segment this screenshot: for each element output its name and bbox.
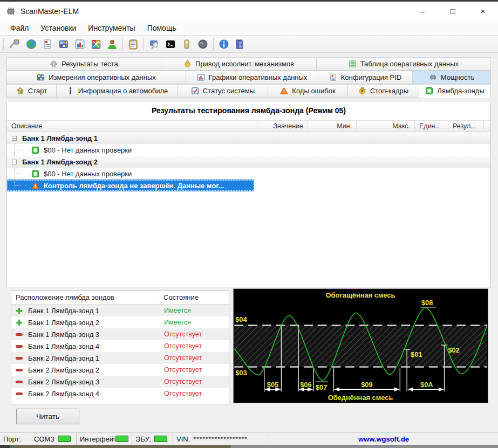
website-segment: www.wgsoft.de: [269, 433, 498, 445]
window-title: ScanMaster-ELM: [21, 7, 79, 16]
sensor-row[interactable]: Банк 2 Лямбда-зонд 2 Отсутствует: [11, 364, 229, 376]
port-segment: Порт: COM3: [0, 433, 77, 445]
column-max[interactable]: Макс.: [357, 121, 415, 132]
sensor-row[interactable]: Банк 1 Лямбда-зонд 1 Имеется: [11, 305, 229, 316]
sensor-label: Банк 1 Лямбда-зонд 1: [28, 307, 99, 315]
tree-item-row[interactable]: $00 - Нет данных проверки: [7, 144, 490, 156]
chart-marker-01: $01: [411, 350, 422, 359]
clipboard-button[interactable]: [125, 37, 141, 52]
gauge-button[interactable]: [195, 37, 211, 52]
column-description[interactable]: Описание: [7, 121, 257, 132]
tab-label: Графики оперативных данных: [209, 73, 308, 81]
report-button[interactable]: [39, 37, 56, 52]
read-button[interactable]: Читать: [16, 409, 79, 424]
toolbar-separator: [122, 38, 123, 50]
sensor-row[interactable]: Банк 1 Лямбда-зонд 3 Отсутствует: [11, 328, 229, 340]
about-button[interactable]: [216, 37, 232, 52]
collapse-icon[interactable]: [12, 136, 17, 141]
menu-help[interactable]: Помощь: [141, 22, 182, 35]
tab-actuator-drive[interactable]: Привод исполнит. механизмов: [161, 57, 317, 71]
minus-icon: [15, 390, 23, 398]
user-button[interactable]: [104, 37, 120, 52]
tab-trouble-codes[interactable]: Коды ошибок: [268, 84, 348, 98]
sensor-row[interactable]: Банк 2 Лямбда-зонд 3 Отсутствует: [11, 376, 229, 388]
tab-label: Мощность: [441, 73, 475, 81]
tree-group-row[interactable]: Банк 1 Лямбда-зонд 2: [7, 156, 490, 168]
pid-config-icon: [329, 73, 337, 81]
sensor-state: Отсутствует: [159, 390, 229, 397]
inspect-button[interactable]: [146, 37, 162, 52]
measurements-button[interactable]: [56, 37, 72, 52]
menu-tools[interactable]: Инструменты: [82, 22, 141, 35]
tab-power[interactable]: Мощность: [413, 71, 491, 84]
sensor-row[interactable]: Банк 1 Лямбда-зонд 4 Отсутствует: [11, 340, 229, 352]
sensor-label: Банк 1 Лямбда-зонд 4: [28, 342, 99, 350]
column-value[interactable]: Значение: [257, 121, 308, 132]
sensor-row[interactable]: Банк 1 Лямбда-зонд 2 Имеется: [11, 316, 229, 328]
sensor-state: Отсутствует: [159, 378, 229, 385]
tab-label: Таблица оперативных данных: [360, 60, 459, 68]
toolbar-grip: [2, 38, 5, 51]
tab-live-data-table[interactable]: Таблица оперативных данных: [317, 57, 491, 71]
column-min[interactable]: Мин.: [308, 121, 357, 132]
tree-group-row[interactable]: Банк 1 Лямбда-зонд 1: [7, 132, 490, 144]
graphs-button[interactable]: [72, 37, 88, 52]
ecu-led-indicator: [154, 436, 167, 442]
terminal-button[interactable]: [162, 37, 179, 52]
port-label: Порт:: [3, 435, 21, 443]
ecu-label: ЭБУ:: [135, 435, 151, 443]
globe-icon: [25, 38, 37, 50]
tree-warning-row-selected[interactable]: Контроль лямбда-зонда не завершён. Данны…: [7, 180, 254, 191]
column-unit[interactable]: Един...: [415, 121, 448, 132]
tab-test-results[interactable]: Результаты теста: [6, 57, 161, 71]
sensor-row[interactable]: Банк 2 Лямбда-зонд 4 Отсутствует: [11, 388, 229, 399]
tab-label: Привод исполнит. механизмов: [195, 60, 294, 68]
tab-start[interactable]: Старт: [6, 84, 57, 98]
tab-vehicle-info[interactable]: Информация о автомобиле: [57, 84, 178, 98]
connect-button[interactable]: [7, 37, 23, 52]
close-button[interactable]: ×: [468, 2, 498, 20]
collapse-icon[interactable]: [12, 160, 17, 164]
menu-settings[interactable]: Установки: [35, 22, 82, 35]
menu-file[interactable]: Файл: [4, 22, 35, 35]
exit-button[interactable]: [232, 37, 248, 52]
tab-freeze-frames[interactable]: Стоп-кадры: [348, 84, 419, 98]
interface-led-indicator: [115, 436, 128, 442]
tab-system-status[interactable]: Статус системы: [178, 84, 268, 98]
dashboard-button[interactable]: [88, 37, 104, 52]
tree-item-label: $00 - Нет данных проверки: [44, 146, 132, 154]
maximize-button[interactable]: □: [438, 2, 468, 20]
tab-label: Информация о автомобиле: [78, 87, 168, 95]
voltage-button[interactable]: [179, 37, 195, 52]
toolbar-separator: [213, 38, 214, 50]
home-icon: [16, 87, 24, 95]
tab-label: Старт: [28, 87, 47, 95]
tab-pid-configuration[interactable]: Конфигурация PID: [318, 71, 413, 84]
tree-item-row[interactable]: $00 - Нет данных проверки: [7, 168, 490, 180]
interface-segment: Интерфейс:: [77, 433, 132, 445]
tab-live-graphs[interactable]: Графики оперативных данных: [186, 71, 318, 84]
vin-value: ******************: [193, 435, 247, 443]
terminal-icon: [165, 38, 176, 50]
camera-icon: [358, 87, 366, 95]
port-value: COM3: [34, 435, 54, 443]
toolbar: [0, 35, 498, 53]
minimize-button[interactable]: –: [407, 2, 438, 20]
sensor-state: Отсутствует: [159, 354, 229, 362]
tab-row-1: Результаты теста Привод исполнит. механи…: [6, 57, 492, 71]
sensor-row[interactable]: Банк 2 Лямбда-зонд 1 Отсутствует: [11, 352, 229, 364]
sensor-state: Имеется: [159, 319, 229, 326]
chart-marker-07: $07: [316, 383, 327, 391]
chart-marker-0A: $0A: [420, 381, 433, 389]
system-status-icon: [191, 87, 199, 95]
website-link[interactable]: www.wgsoft.de: [358, 435, 409, 443]
column-result[interactable]: Резул...: [448, 121, 484, 132]
app-chip-icon: [5, 6, 16, 17]
tab-lambda-sensors[interactable]: Лямбда-зонды: [419, 84, 491, 98]
vin-segment: VIN: ******************: [173, 433, 269, 445]
sensor-label: Банк 1 Лямбда-зонд 3: [28, 330, 99, 339]
tab-live-measurements[interactable]: Измерения оперативных данных: [6, 71, 186, 84]
clipboard-icon: [127, 38, 139, 50]
tab-row-3: Старт Информация о автомобиле Статус сис…: [6, 84, 492, 98]
network-button[interactable]: [23, 37, 39, 52]
